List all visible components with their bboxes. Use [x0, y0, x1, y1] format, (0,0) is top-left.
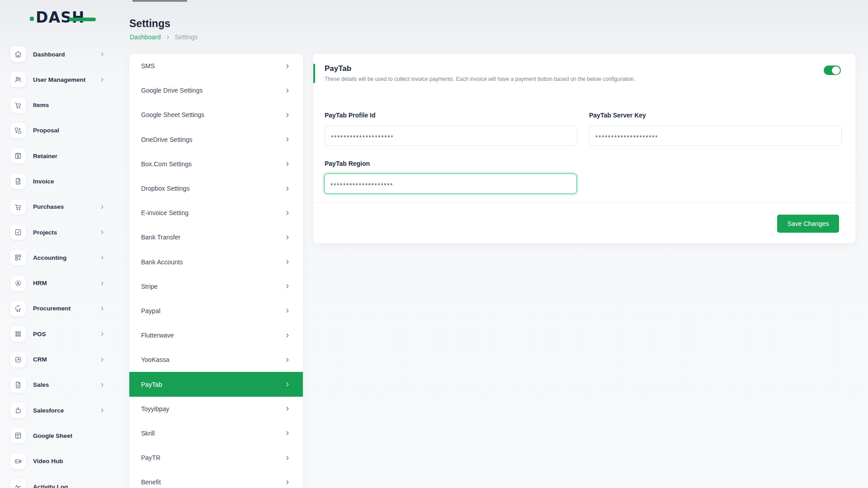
sidebar-item-items[interactable]: Items	[10, 98, 118, 113]
cart-chart-icon	[10, 301, 26, 316]
paytab-profile-id-label: PayTab Profile Id	[325, 112, 376, 119]
dots-grid-icon	[10, 326, 26, 342]
paytab-region-input[interactable]	[324, 174, 577, 194]
settings-nav-benefit[interactable]: Benefit	[129, 470, 303, 488]
settings-nav-onedrive[interactable]: OneDrive Settings	[129, 127, 303, 152]
paytab-enabled-toggle[interactable]	[824, 66, 841, 75]
sidebar-item-crm[interactable]: CRM	[10, 352, 118, 367]
settings-nav-panel: SMS Google Drive Settings Google Sheet S…	[129, 54, 303, 488]
focus-user-icon	[10, 276, 26, 291]
page-title: Settings	[129, 18, 170, 30]
settings-nav-boxcom[interactable]: Box.Com Settings	[129, 152, 303, 176]
settings-nav-bank-transfer[interactable]: Bank Transfer	[129, 225, 303, 249]
chevron-right-icon	[284, 308, 290, 314]
sidebar-item-proposal[interactable]: Proposal	[10, 123, 118, 138]
sidebar-item-hrm[interactable]: HRM	[10, 276, 118, 291]
settings-nav-flutterwave[interactable]: Flutterwave	[129, 323, 303, 347]
paytab-server-key-label: PayTab Server Key	[589, 112, 646, 119]
logo-green-bar	[69, 18, 96, 21]
file-text-icon	[10, 174, 26, 189]
chevron-right-icon	[284, 63, 290, 69]
sidebar-item-activity-log[interactable]: Activity Log	[10, 479, 118, 488]
chevron-right-icon	[99, 408, 105, 413]
settings-nav-stripe[interactable]: Stripe	[129, 274, 303, 299]
sidebar-item-google-sheet[interactable]: Google Sheet	[10, 428, 118, 443]
chevron-right-icon	[99, 306, 105, 311]
settings-nav-yookassa[interactable]: YooKassa	[129, 347, 303, 372]
chevron-right-icon	[284, 479, 290, 485]
chevron-right-icon	[284, 88, 290, 94]
settings-nav-paytab[interactable]: PayTab	[129, 372, 303, 396]
home-icon	[10, 47, 26, 62]
chevron-right-icon	[284, 333, 290, 338]
sidebar-item-accounting[interactable]: Accounting	[10, 250, 118, 265]
paytab-region-label: PayTab Region	[325, 160, 370, 167]
sidebar-item-retainer[interactable]: Retainer	[10, 148, 118, 164]
chevron-right-icon	[284, 259, 290, 265]
settings-nav-skrill[interactable]: Skrill	[129, 421, 303, 446]
chevron-right-icon	[99, 281, 105, 286]
chevron-right-icon	[99, 77, 105, 82]
top-scroll-indicator	[132, 0, 187, 2]
app-logo: DASH	[30, 9, 85, 27]
settings-nav-sms[interactable]: SMS	[129, 54, 303, 78]
settings-nav-google-drive[interactable]: Google Drive Settings	[129, 78, 303, 103]
chevron-right-icon	[284, 186, 290, 192]
sidebar-item-salesforce[interactable]: Salesforce	[10, 403, 118, 418]
swap-boxes-icon	[10, 123, 26, 138]
chevron-right-icon	[284, 136, 290, 142]
sidebar-item-video-hub[interactable]: Video Hub	[10, 454, 118, 469]
settings-nav-toyyibpay[interactable]: Toyyibpay	[129, 397, 303, 421]
paytab-panel-title: PayTab	[325, 64, 351, 73]
cart-icon	[10, 98, 26, 113]
check-square-icon	[10, 225, 26, 240]
sidebar-item-user-management[interactable]: User Management	[10, 72, 118, 87]
settings-nav-einvoice[interactable]: E-invoice Setting	[129, 201, 303, 225]
chevron-right-icon	[284, 161, 290, 167]
settings-nav-bank-accounts[interactable]: Bank Accounts	[129, 250, 303, 274]
chevron-right-icon	[284, 210, 290, 216]
breadcrumb: Dashboard Settings	[130, 33, 198, 41]
chevron-right-icon	[284, 283, 290, 289]
logo-dot	[30, 17, 34, 21]
settings-nav-dropbox[interactable]: Dropbox Settings	[129, 176, 303, 201]
breadcrumb-current: Settings	[175, 33, 198, 41]
breadcrumb-dashboard-link[interactable]: Dashboard	[130, 33, 161, 41]
chevron-right-icon	[99, 382, 105, 388]
paytab-profile-id-input[interactable]	[325, 126, 577, 146]
activity-pulse-icon	[10, 479, 26, 488]
chevron-right-icon	[99, 230, 105, 235]
video-camera-icon	[10, 454, 26, 469]
sidebar-menu: Dashboard User Management Items Proposal	[0, 47, 118, 488]
sidebar-item-procurement[interactable]: Procurement	[10, 301, 118, 316]
sidebar-item-pos[interactable]: POS	[10, 326, 118, 342]
save-changes-button[interactable]: Save Changes	[777, 215, 839, 233]
paytab-server-key-input[interactable]	[589, 126, 842, 146]
settings-nav-paytr[interactable]: PayTR	[129, 446, 303, 470]
sidebar-item-projects[interactable]: Projects	[10, 225, 118, 240]
chevron-right-icon	[99, 255, 105, 260]
sidebar-item-invoice[interactable]: Invoice	[10, 174, 118, 189]
file-text-icon	[10, 377, 26, 393]
sidebar-item-purchases[interactable]: Purchases	[10, 199, 118, 215]
chevron-right-icon	[165, 35, 170, 40]
chevron-right-icon	[284, 455, 290, 461]
users-icon	[10, 72, 26, 87]
toggle-knob	[832, 66, 840, 75]
settings-nav-google-sheet[interactable]: Google Sheet Settings	[129, 103, 303, 127]
table-icon	[10, 428, 26, 443]
box-arrow-icon	[10, 352, 26, 367]
chevron-right-icon	[284, 235, 290, 240]
chevron-right-icon	[99, 52, 105, 57]
thumbs-up-icon	[10, 403, 26, 418]
settings-nav-paypal[interactable]: Paypal	[129, 299, 303, 323]
accent-bar	[313, 64, 315, 83]
paytab-panel-description: These details will be used to collect in…	[325, 76, 635, 82]
save-disk-icon	[10, 148, 26, 164]
sidebar: DASH Dashboard User Management Items	[0, 0, 118, 488]
chevron-right-icon	[99, 204, 105, 210]
chevron-right-icon	[284, 112, 290, 118]
sidebar-item-sales[interactable]: Sales	[10, 377, 118, 393]
sidebar-item-dashboard[interactable]: Dashboard	[10, 47, 118, 62]
chevron-right-icon	[284, 406, 290, 412]
